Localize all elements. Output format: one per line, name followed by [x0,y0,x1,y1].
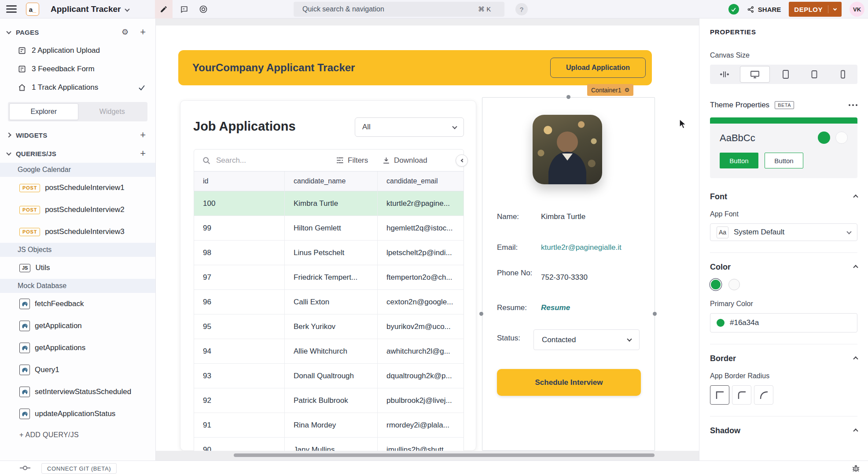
status-select[interactable]: Contacted [533,329,640,350]
table-title: Job Applications [193,119,296,134]
table-row[interactable]: 91Rina Mordeyrmordey2i@plala... [194,413,463,438]
query-item[interactable]: fetchFeedback [0,293,155,315]
preview-mode-button[interactable] [195,0,212,18]
collapse-panel-button[interactable] [456,154,468,167]
resize-handle-right[interactable] [653,312,657,316]
edit-mode-button[interactable] [155,0,173,18]
schedule-interview-button[interactable]: Schedule Interview [497,369,641,396]
primary-color-swatch[interactable] [710,279,721,290]
table-row[interactable]: 94Allie Whitchurchawhitchurch2l@g... [194,339,463,364]
theme-preview-card[interactable]: AaBbCc Button Button [710,117,857,178]
query-item[interactable]: updateApplicationStatus [0,403,155,425]
widget-settings-gear-icon[interactable]: ⚙ [625,87,630,93]
selected-widget-label[interactable]: Container1 ⚙ [587,84,633,96]
query-item[interactable]: POSTpostScheduleInterview2 [0,199,155,221]
radius-none-option[interactable] [710,385,729,405]
primary-color-input[interactable]: #16a34a [710,313,857,332]
properties-title: PROPERTIES [710,28,857,36]
resize-handle-left[interactable] [479,312,483,316]
debug-bug-icon[interactable] [852,464,860,472]
table-row[interactable]: 90Jany Mullinsjmullins2h@shutt... [194,438,463,451]
color-section-header[interactable]: Color [710,263,857,272]
table-row[interactable]: 92Patrick Bulbrookpbulbrook2j@livej... [194,388,463,413]
column-header[interactable]: candidate_name [285,172,378,191]
resume-link[interactable]: Resume [541,302,570,314]
query-item[interactable]: setInterviewStatusScheduled [0,381,155,403]
top-bar: a_ Applicant Tracker ⌘ K ? SHARE DEPLOY [0,0,868,18]
widgets-section-header[interactable]: WIDGETS + [0,126,155,144]
sidebar-page-item[interactable]: 2 Application Upload [0,41,155,60]
column-header[interactable]: id [194,172,285,191]
query-item[interactable]: JSUtils [0,257,155,279]
deploy-button[interactable]: DEPLOY [789,2,842,17]
app-name-menu[interactable]: Applicant Tracker [51,0,129,18]
resize-handle-top[interactable] [566,95,570,99]
font-preview-icon: Aa [717,227,728,238]
theme-secondary-button-preview: Button [765,153,803,168]
connect-git-button[interactable]: CONNECT GIT (BETA) [41,463,117,474]
help-button[interactable]: ? [515,3,528,15]
table-row[interactable]: 99Hilton Gemletthgemlett2q@istoc... [194,216,463,241]
query-item[interactable]: POSTpostScheduleInterview1 [0,177,155,199]
add-query-plus-button[interactable]: + [140,149,146,158]
filters-button[interactable]: Filters [336,156,368,165]
add-query-js-button[interactable]: + ADD QUERY/JS [0,425,155,445]
pages-section-header[interactable]: PAGES ⚙ + [0,23,155,41]
query-item[interactable]: POSTpostScheduleInterview3 [0,221,155,243]
query-item[interactable]: getApplication [0,315,155,337]
radius-medium-option[interactable] [732,385,751,405]
sidebar-page-item[interactable]: 3 Feeedback Form [0,60,155,78]
app-logo-icon[interactable]: a_ [26,3,39,16]
upload-application-button[interactable]: Upload Application [550,58,646,78]
hamburger-menu-icon[interactable] [6,5,17,13]
comment-mode-button[interactable] [175,0,193,18]
tab-explorer[interactable]: Explorer [9,103,78,120]
table-row[interactable]: 96Calli Extoncexton2n@google... [194,290,463,314]
canvas-size-tablet-large[interactable] [771,66,800,83]
queries-section-header[interactable]: QUERIES/JS + [0,144,155,163]
download-button[interactable]: Download [382,156,427,165]
query-item[interactable]: Query1 [0,359,155,381]
theme-more-options-icon[interactable] [849,104,857,106]
canvas-size-phone[interactable] [829,66,857,83]
table-search-input[interactable] [216,156,295,165]
user-avatar[interactable]: VK [850,2,864,17]
table-row[interactable]: 95Berk Yurikovbyurikov2m@uco... [194,314,463,339]
table-row[interactable]: 100Kimbra Turtlekturtle2r@pagine... [194,191,463,216]
tab-widgets[interactable]: Widgets [78,103,147,120]
radius-large-option[interactable] [754,385,773,405]
theme-primary-swatch [818,132,830,144]
search-shortcut-hint: ⌘ K [478,5,491,13]
fluid-width-icon [719,69,730,80]
canvas-size-selector [710,65,857,84]
pages-settings-gear-icon[interactable]: ⚙ [121,28,129,36]
canvas-size-fluid[interactable] [710,66,739,83]
query-item[interactable]: getApplications [0,337,155,359]
table-cell: pbulbrook2j@livej... [378,388,464,413]
background-color-swatch[interactable] [728,279,740,290]
table-search [202,156,295,165]
canvas-size-desktop[interactable] [740,66,769,83]
status-filter-select[interactable]: All [355,117,464,137]
horizontal-scrollbar[interactable] [234,453,655,457]
add-page-button[interactable]: + [140,27,146,37]
border-section-header[interactable]: Border [710,354,857,363]
quick-search-input[interactable] [294,2,504,17]
add-widget-button[interactable]: + [140,130,146,140]
app-font-select[interactable]: Aa System Default [710,223,857,241]
table-row[interactable]: 93Donall Qualtroughdqualtrough2k@p... [194,364,463,388]
app-artboard: YourCompany Applicant Tracker Upload App… [156,26,699,451]
chevron-down-icon [833,7,837,10]
table-row[interactable]: 98Linus Petscheltlpetschelt2p@indi... [194,241,463,265]
sidebar-page-item[interactable]: 1 Track Applications [0,78,155,97]
radius-sharp-icon [714,389,725,401]
table-row[interactable]: 97Friedrick Tempert...ftemperton2o@ch... [194,265,463,290]
column-header[interactable]: candidate_email [378,172,464,191]
email-link[interactable]: kturtle2r@paginegialle.it [541,242,622,253]
shadow-section-header[interactable]: Shadow [710,426,857,435]
candidate-detail-container[interactable]: Name: Kimbra Turtle Email: kturtle2r@pag… [482,97,655,451]
share-button[interactable]: SHARE [747,6,781,13]
query-label: Query1 [35,365,59,374]
canvas-size-tablet[interactable] [800,66,828,83]
font-section-header[interactable]: Font [710,192,857,201]
